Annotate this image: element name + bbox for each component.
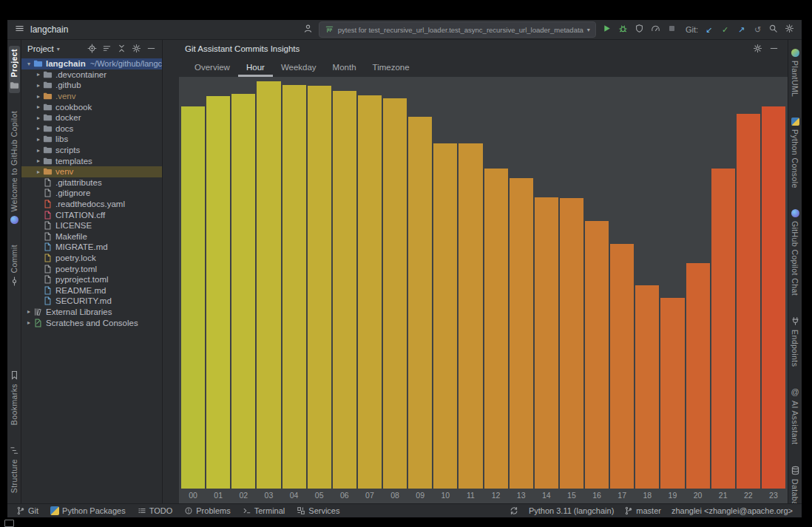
tool-button-label: AI Assistant bbox=[791, 401, 799, 445]
folder-icon bbox=[43, 167, 53, 176]
chevron-down-icon[interactable]: ▾ bbox=[24, 61, 33, 67]
chevron-right-icon[interactable]: ▸ bbox=[34, 103, 43, 110]
tab-hour[interactable]: Hour bbox=[238, 58, 273, 77]
profiler-button[interactable] bbox=[651, 24, 660, 35]
tab-timezone[interactable]: Timezone bbox=[365, 58, 418, 77]
hamburger-icon bbox=[15, 24, 24, 33]
coverage-button[interactable] bbox=[635, 24, 644, 35]
tool-button-bookmarks[interactable]: Bookmarks bbox=[9, 367, 20, 428]
chevron-right-icon[interactable]: ▸ bbox=[34, 125, 43, 132]
tree-item-readme-md[interactable]: README.md bbox=[21, 285, 162, 296]
tab-weekday[interactable]: Weekday bbox=[273, 58, 325, 77]
locate-file-button[interactable] bbox=[87, 44, 97, 55]
tree-item-external-libraries[interactable]: ▸External Libraries bbox=[21, 307, 162, 318]
settings-button[interactable] bbox=[785, 24, 794, 35]
stop-button[interactable] bbox=[667, 24, 677, 35]
status-item-terminal[interactable]: Terminal bbox=[243, 506, 285, 515]
panel-splitter[interactable] bbox=[163, 40, 179, 503]
taskbar-window-icon[interactable] bbox=[4, 520, 14, 527]
chevron-right-icon[interactable]: ▸ bbox=[34, 115, 43, 121]
chevron-right-icon[interactable]: ▸ bbox=[34, 147, 43, 154]
debug-button[interactable] bbox=[618, 24, 628, 35]
status-item-git[interactable]: Git bbox=[16, 506, 38, 515]
tab-month[interactable]: Month bbox=[325, 58, 365, 77]
hide-panel-button[interactable] bbox=[146, 44, 156, 55]
tool-button-plantuml[interactable]: PlantUML bbox=[790, 46, 800, 100]
status-item-sync-icon[interactable] bbox=[510, 506, 518, 515]
chevron-right-icon[interactable]: ▸ bbox=[34, 82, 43, 89]
status-item-services[interactable]: Services bbox=[297, 506, 339, 515]
tool-button-welcome-to-github-copilot[interactable]: Welcome to GitHub Copilot bbox=[9, 108, 19, 226]
tree-item-libs[interactable]: ▸libs bbox=[21, 134, 162, 145]
tree-item-label: MIGRATE.md bbox=[55, 242, 108, 252]
tree-item-docs[interactable]: ▸docs bbox=[21, 123, 162, 135]
status-item-todo[interactable]: TODO bbox=[138, 506, 173, 515]
panel-settings-button[interactable] bbox=[753, 44, 762, 55]
tree-item-templates[interactable]: ▸templates bbox=[21, 155, 162, 166]
panel-options-button[interactable] bbox=[132, 44, 141, 55]
tree-item-gitignore[interactable]: .gitignore bbox=[21, 188, 162, 199]
search-everywhere-button[interactable] bbox=[768, 24, 778, 35]
tree-item-docker[interactable]: ▸docker bbox=[21, 112, 162, 123]
chevron-right-icon[interactable]: ▸ bbox=[34, 71, 43, 78]
folder-icon bbox=[33, 59, 43, 68]
history-button[interactable]: ↺ bbox=[753, 24, 762, 35]
tree-item-cookbook[interactable]: ▸cookbook bbox=[21, 101, 162, 112]
status-item-python-3-11-langchain[interactable]: Python 3.11 (langchain) bbox=[529, 506, 614, 515]
tree-item-readthedocs-yaml[interactable]: .readthedocs.yaml bbox=[21, 199, 162, 210]
collapse-all-button[interactable] bbox=[117, 44, 126, 55]
python-icon bbox=[50, 506, 59, 515]
tool-button-github-copilot-chat[interactable]: GitHub Copilot Chat bbox=[790, 206, 800, 299]
tree-item-makefile[interactable]: Makefile bbox=[21, 231, 162, 242]
chevron-right-icon[interactable]: ▸ bbox=[34, 93, 43, 100]
tree-item-license[interactable]: LICENSE bbox=[21, 220, 162, 231]
tool-button-python-console[interactable]: Python Console bbox=[790, 115, 800, 191]
push-button[interactable]: ↗ bbox=[737, 24, 746, 35]
tree-item-langchain[interactable]: ▾langchain~/Work/github/langchain bbox=[21, 58, 162, 69]
tree-item-gitattributes[interactable]: .gitattributes bbox=[21, 177, 162, 188]
chevron-right-icon[interactable]: ▸ bbox=[34, 136, 43, 143]
status-item-master[interactable]: master bbox=[624, 506, 661, 515]
run-configuration-select[interactable]: pytest for test_recursive_url_loader.tes… bbox=[319, 21, 596, 38]
project-panel-title[interactable]: Project bbox=[27, 44, 54, 53]
sort-button[interactable] bbox=[102, 44, 112, 55]
tree-item-scripts[interactable]: ▸scripts bbox=[21, 145, 162, 156]
tree-item-scratches-and-consoles[interactable]: ▸Scratches and Consoles bbox=[21, 317, 162, 328]
bar-hour-03 bbox=[257, 81, 280, 489]
chevron-right-icon[interactable]: ▸ bbox=[34, 169, 43, 175]
chevron-right-icon[interactable]: ▸ bbox=[24, 308, 33, 315]
run-button[interactable] bbox=[602, 24, 612, 35]
tree-item-migrate-md[interactable]: MIGRATE.md bbox=[21, 242, 162, 253]
hide-panel-button[interactable] bbox=[769, 44, 779, 55]
commit-button[interactable]: ✓ bbox=[720, 24, 730, 35]
titlebar: langchain pytest for test_recursive_url_… bbox=[7, 20, 802, 40]
tree-item-github[interactable]: ▸.github bbox=[21, 80, 162, 91]
tree-item-venv[interactable]: ▸venv bbox=[21, 166, 162, 177]
status-item-python-packages[interactable]: Python Packages bbox=[50, 506, 126, 515]
todo-list-icon bbox=[138, 506, 146, 515]
status-item-zhanglei-zhanglei-apache-org[interactable]: zhanglei <zhanglei@apache.org> bbox=[671, 506, 793, 515]
folder-icon bbox=[43, 70, 53, 79]
tree-item-poetry-toml[interactable]: poetry.toml bbox=[21, 263, 162, 274]
user-profile-button[interactable] bbox=[303, 24, 313, 35]
x-tick-label: 08 bbox=[383, 489, 407, 503]
tree-item-pyproject-toml[interactable]: pyproject.toml bbox=[21, 274, 162, 285]
status-item-problems[interactable]: Problems bbox=[184, 506, 230, 515]
tool-button-endpoints[interactable]: Endpoints bbox=[790, 313, 801, 370]
library-icon bbox=[33, 307, 43, 316]
tab-overview[interactable]: Overview bbox=[186, 58, 238, 77]
tool-button-structure[interactable]: Structure bbox=[9, 443, 20, 496]
tree-item-poetry-lock[interactable]: poetry.lock bbox=[21, 253, 162, 264]
tool-button-ai-assistant[interactable]: @AI Assistant bbox=[790, 384, 801, 448]
tree-item-security-md[interactable]: SECURITY.md bbox=[21, 296, 162, 307]
tool-button-project[interactable]: Project bbox=[9, 46, 20, 93]
chevron-right-icon[interactable]: ▸ bbox=[34, 157, 43, 164]
update-project-button[interactable]: ↙ bbox=[704, 24, 714, 35]
tree-item-devcontainer[interactable]: ▸.devcontainer bbox=[21, 69, 162, 81]
tree-item-citation-cff[interactable]: CITATION.cff bbox=[21, 209, 162, 220]
chevron-right-icon[interactable]: ▸ bbox=[24, 319, 33, 326]
tool-button-commit[interactable]: Commit bbox=[9, 242, 20, 290]
x-tick-label: 09 bbox=[408, 489, 432, 503]
tree-item-venv[interactable]: ▸.venv bbox=[21, 91, 162, 102]
main-menu-button[interactable] bbox=[15, 24, 24, 35]
